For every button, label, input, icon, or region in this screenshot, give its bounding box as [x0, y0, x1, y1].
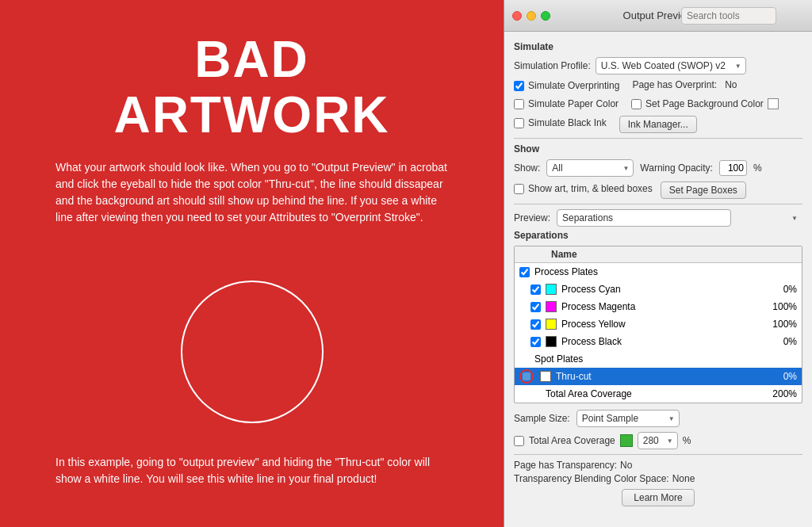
page-transparency-row: Page has Transparency: No [514, 460, 802, 471]
preview-row: Preview: Separations [514, 209, 802, 227]
simulate-black-ink-row: Simulate Black Ink [514, 116, 607, 130]
title-bar: Output Preview [504, 0, 812, 32]
artwork-circle [181, 281, 324, 423]
simulate-paper-color-checkbox[interactable] [514, 99, 524, 109]
set-bg-color-row: Set Page Background Color [631, 98, 779, 109]
page-transparency-value: No [620, 460, 632, 471]
art-trim-checkbox[interactable] [514, 184, 524, 194]
process-plates-label: Process Plates [534, 266, 797, 277]
total-area-coverage-pct: 200% [765, 388, 797, 399]
spot-plates-row: Spot Plates [515, 350, 802, 368]
process-yellow-row: Process Yellow 100% [515, 315, 802, 333]
separations-box: Name Process Plates Process Cyan 0% Proc… [514, 246, 802, 403]
page-overprint-label: Page has Overprint: [632, 79, 717, 90]
process-plates-checkbox[interactable] [519, 267, 530, 277]
page-overprint-value: No [725, 79, 737, 90]
process-magenta-checkbox[interactable] [530, 302, 541, 312]
blending-label: Transparency Blending Color Space: [514, 473, 669, 484]
maximize-button[interactable] [541, 11, 550, 21]
process-cyan-label: Process Cyan [561, 284, 760, 295]
total-coverage-row: Total Area Coverage 280 % [514, 432, 802, 449]
preview-label: Preview: [514, 212, 550, 223]
search-input[interactable] [681, 7, 776, 25]
process-cyan-pct: 0% [765, 284, 797, 295]
divider-2 [514, 204, 802, 204]
total-coverage-checkbox[interactable] [514, 436, 524, 446]
process-black-label: Process Black [561, 336, 760, 347]
divider-3 [514, 454, 802, 455]
simulate-overprinting-checkbox[interactable] [514, 81, 524, 91]
simulation-profile-row: Simulation Profile: U.S. Web Coated (SWO… [514, 57, 802, 74]
artwork-panel: BADARTWORK What your artwork should look… [0, 0, 504, 527]
thru-cut-swatch [540, 371, 551, 382]
simulation-profile-select-wrapper: U.S. Web Coated (SWOP) v2 [596, 57, 746, 74]
green-color-swatch[interactable] [620, 434, 633, 447]
page-overprint-row: Page has Overprint: No [632, 79, 737, 90]
thru-cut-pct: 0% [765, 371, 797, 382]
close-button[interactable] [512, 11, 522, 21]
process-black-pct: 0% [765, 336, 797, 347]
coverage-value-select-wrapper: 280 [638, 432, 678, 449]
process-magenta-swatch [546, 301, 557, 312]
preview-select[interactable]: Separations [557, 209, 731, 227]
process-yellow-label: Process Yellow [561, 319, 760, 330]
sample-size-select[interactable]: Point Sample [576, 410, 680, 427]
show-select-wrapper: All [546, 159, 634, 177]
total-area-coverage-row: Total Area Coverage 200% [515, 385, 802, 403]
process-magenta-pct: 100% [765, 301, 797, 312]
set-bg-color-checkbox[interactable] [631, 99, 642, 109]
process-black-checkbox[interactable] [530, 337, 541, 347]
process-black-swatch [546, 336, 557, 347]
artwork-footer: In this example, going to "output previe… [48, 454, 456, 487]
process-magenta-row: Process Magenta 100% [515, 298, 802, 315]
warning-opacity-label: Warning Opacity: [640, 162, 713, 174]
total-coverage-label: Total Area Coverage [529, 435, 615, 446]
show-section-label: Show [514, 143, 802, 155]
coverage-pct-label: % [683, 435, 691, 446]
simulate-black-ink-checkbox[interactable] [514, 118, 524, 128]
spot-plates-label: Spot Plates [534, 353, 797, 365]
thru-cut-eye-inner [523, 372, 530, 380]
simulate-overprinting-label: Simulate Overprinting [528, 80, 619, 91]
simulation-profile-label: Simulation Profile: [514, 60, 591, 71]
thru-cut-label: Thru-cut [556, 371, 760, 382]
thru-cut-eye-icon[interactable] [519, 369, 534, 384]
panel-content: Simulate Simulation Profile: U.S. Web Co… [504, 32, 812, 527]
process-yellow-checkbox[interactable] [530, 319, 541, 330]
window-controls [512, 11, 550, 21]
simulate-paper-color-label: Simulate Paper Color [528, 98, 619, 109]
blending-row: Transparency Blending Color Space: None [514, 473, 802, 484]
process-yellow-pct: 100% [765, 319, 797, 330]
process-cyan-swatch [546, 284, 557, 295]
sample-size-label: Sample Size: [514, 413, 570, 424]
art-trim-label: Show art, trim, & bleed boxes [528, 183, 653, 194]
simulate-overprinting-row: Simulate Overprinting [514, 79, 619, 92]
simulate-black-ink-label: Simulate Black Ink [528, 117, 607, 128]
set-page-boxes-button[interactable]: Set Page Boxes [661, 181, 746, 199]
simulate-section-label: Simulate [514, 41, 802, 52]
show-row: Show: All Warning Opacity: % [514, 159, 802, 177]
warning-opacity-input[interactable] [719, 160, 747, 176]
sample-size-select-wrapper: Point Sample [576, 410, 680, 427]
warning-opacity-pct: % [753, 162, 762, 174]
coverage-value-select[interactable]: 280 [638, 432, 678, 449]
process-magenta-label: Process Magenta [561, 301, 760, 312]
separations-section-label: Separations [514, 230, 802, 241]
show-select[interactable]: All [546, 159, 634, 177]
bg-color-swatch[interactable] [768, 98, 779, 109]
learn-more-button[interactable]: Learn More [622, 489, 694, 506]
simulation-profile-select[interactable]: U.S. Web Coated (SWOP) v2 [596, 57, 746, 74]
thru-cut-row[interactable]: Thru-cut 0% [515, 368, 802, 385]
process-cyan-row: Process Cyan 0% [515, 281, 802, 298]
process-cyan-checkbox[interactable] [530, 285, 541, 295]
sample-size-row: Sample Size: Point Sample [514, 410, 802, 427]
process-black-row: Process Black 0% [515, 333, 802, 350]
artwork-title: BADARTWORK [113, 32, 389, 143]
ink-manager-button[interactable]: Ink Manager... [619, 116, 697, 133]
total-area-coverage-label: Total Area Coverage [546, 388, 760, 399]
minimize-button[interactable] [527, 11, 536, 21]
process-yellow-swatch [546, 319, 557, 330]
process-plates-row: Process Plates [515, 263, 802, 281]
sep-table-header: Name [515, 246, 802, 263]
art-trim-row: Show art, trim, & bleed boxes [514, 183, 653, 194]
